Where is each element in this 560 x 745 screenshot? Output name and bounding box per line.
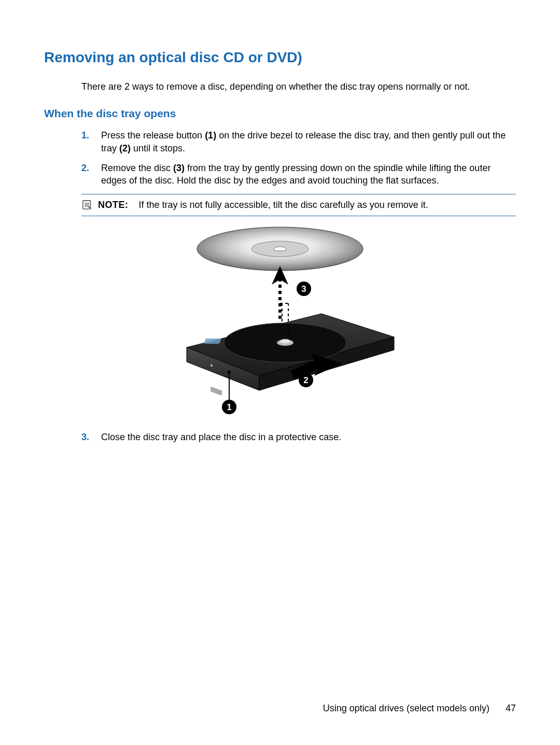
- lift-arrow: [272, 266, 288, 319]
- step-text: Press the release button (1) on the driv…: [101, 129, 516, 154]
- document-page: Removing an optical disc CD or DVD) Ther…: [0, 0, 560, 745]
- note-body: If the tray is not fully accessible, til…: [139, 200, 428, 210]
- svg-point-3: [274, 247, 286, 251]
- callout-ref: (3): [173, 163, 185, 173]
- page-number: 47: [506, 703, 516, 714]
- svg-rect-14: [204, 339, 221, 344]
- intro-paragraph: There are 2 ways to remove a disc, depen…: [81, 80, 516, 93]
- page-footer: Using optical drives (select models only…: [323, 703, 516, 714]
- step-text: Remove the disc (3) from the tray by gen…: [101, 162, 516, 187]
- disc-illustration: [197, 227, 363, 271]
- page-title: Removing an optical disc CD or DVD): [44, 49, 516, 66]
- callout-ref: (1): [205, 130, 216, 140]
- step-3: 3. Close the disc tray and place the dis…: [81, 431, 516, 443]
- instruction-list-continued: 3. Close the disc tray and place the dis…: [81, 431, 516, 443]
- step-1: 1. Press the release button (1) on the d…: [81, 129, 516, 154]
- step-number: 2.: [81, 162, 101, 187]
- text-run: Press the release button: [101, 130, 205, 140]
- callout-ref: (2): [119, 143, 131, 153]
- svg-text:3: 3: [301, 284, 306, 294]
- step-number: 1.: [81, 129, 101, 154]
- section-heading: When the disc tray opens: [44, 107, 516, 120]
- svg-point-24: [228, 371, 231, 374]
- svg-text:1: 1: [227, 402, 231, 412]
- svg-text:2: 2: [303, 375, 308, 385]
- svg-point-16: [211, 364, 213, 367]
- step-text: Close the disc tray and place the disc i…: [101, 431, 516, 443]
- note-callout: NOTE: If the tray is not fully accessibl…: [81, 194, 516, 216]
- text-run: until it stops.: [131, 143, 185, 153]
- step-number: 3.: [81, 431, 101, 443]
- figure-optical-drive: 3: [44, 226, 516, 417]
- tray-illustration: [187, 314, 394, 396]
- note-label: NOTE:: [98, 200, 129, 210]
- callout-2: 2: [299, 373, 313, 387]
- text-run: Remove the disc: [101, 163, 173, 173]
- footer-section: Using optical drives (select models only…: [323, 703, 489, 713]
- svg-rect-15: [211, 386, 222, 396]
- callout-1: 1: [222, 400, 236, 414]
- note-text: NOTE: If the tray is not fully accessibl…: [98, 199, 428, 211]
- note-icon: [81, 199, 93, 210]
- callout-3: 3: [297, 282, 311, 296]
- svg-point-13: [280, 339, 290, 343]
- step-2: 2. Remove the disc (3) from the tray by …: [81, 162, 516, 187]
- instruction-list: 1. Press the release button (1) on the d…: [81, 129, 516, 187]
